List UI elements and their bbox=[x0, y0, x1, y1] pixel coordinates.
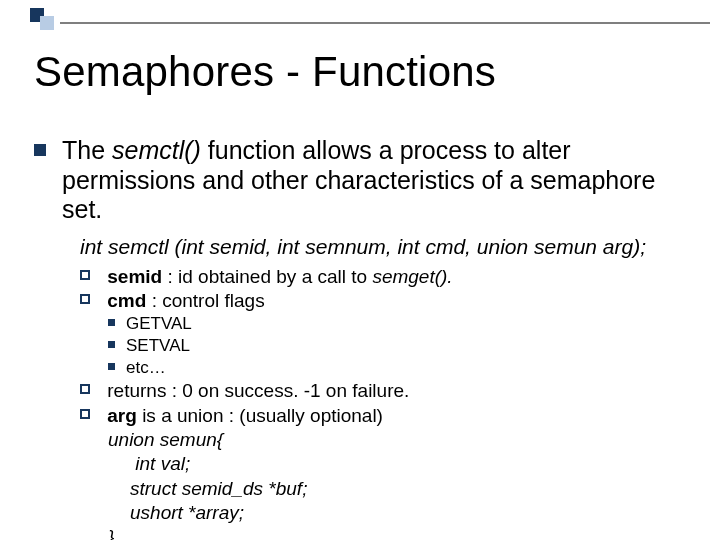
union-code-block: union semun{ int val; struct semid_ds *b… bbox=[108, 428, 686, 540]
bullet-square-icon bbox=[34, 144, 46, 156]
level2-list: semid : id obtained by a call to semget(… bbox=[80, 265, 686, 541]
code-line: struct semid_ds *buf; bbox=[130, 477, 686, 501]
list-item-text: etc… bbox=[126, 357, 166, 379]
list-item: SETVAL bbox=[108, 335, 686, 357]
list-item: GETVAL bbox=[108, 313, 686, 335]
code-line: ushort *array; bbox=[130, 501, 686, 525]
list-item-text: SETVAL bbox=[126, 335, 190, 357]
para-fn: semctl() bbox=[112, 136, 201, 164]
bullet-outline-square-icon bbox=[80, 294, 90, 304]
list-item-text: semid : id obtained by a call to semget(… bbox=[102, 265, 453, 289]
para-text: The semctl() function allows a process t… bbox=[62, 136, 686, 225]
square-light-icon bbox=[40, 16, 54, 30]
bullet-small-square-icon bbox=[108, 341, 115, 348]
slide: Semaphores - Functions The semctl() func… bbox=[0, 0, 720, 540]
slide-title: Semaphores - Functions bbox=[34, 48, 496, 96]
bullet-small-square-icon bbox=[108, 319, 115, 326]
item-rest: is a union : (usually optional) bbox=[137, 405, 383, 426]
list-item-text: arg is a union : (usually optional) bbox=[102, 404, 383, 428]
item-bold: arg bbox=[107, 405, 137, 426]
list-item: semid : id obtained by a call to semget(… bbox=[80, 265, 686, 289]
function-signature: int semctl (int semid, int semnum, int c… bbox=[80, 235, 686, 259]
para-lead: The bbox=[62, 136, 112, 164]
slide-body: The semctl() function allows a process t… bbox=[34, 130, 686, 540]
item-rest: returns : 0 on success. -1 on failure. bbox=[107, 380, 409, 401]
list-item: etc… bbox=[108, 357, 686, 379]
bullet-outline-square-icon bbox=[80, 384, 90, 394]
item-bold: semid bbox=[107, 266, 162, 287]
level3-list: GETVAL SETVAL etc… bbox=[108, 313, 686, 379]
list-item: cmd : control flags bbox=[80, 289, 686, 313]
bullet-outline-square-icon bbox=[80, 270, 90, 280]
list-item: arg is a union : (usually optional) bbox=[80, 404, 686, 428]
item-bold: cmd bbox=[107, 290, 146, 311]
item-tail: semget(). bbox=[372, 266, 452, 287]
bullet-small-square-icon bbox=[108, 363, 115, 370]
list-item-text: cmd : control flags bbox=[102, 289, 265, 313]
divider-line bbox=[60, 22, 710, 24]
list-item: returns : 0 on success. -1 on failure. bbox=[80, 379, 686, 403]
bullet-outline-square-icon bbox=[80, 409, 90, 419]
header-decoration bbox=[0, 8, 720, 30]
list-item-text: GETVAL bbox=[126, 313, 192, 335]
code-line: union semun{ bbox=[108, 428, 686, 452]
code-line: } bbox=[108, 525, 686, 540]
item-rest: : id obtained by a call to bbox=[162, 266, 372, 287]
list-item-text: returns : 0 on success. -1 on failure. bbox=[102, 379, 409, 403]
code-line: int val; bbox=[135, 453, 190, 474]
bullet-level1: The semctl() function allows a process t… bbox=[34, 136, 686, 225]
item-rest: : control flags bbox=[146, 290, 264, 311]
